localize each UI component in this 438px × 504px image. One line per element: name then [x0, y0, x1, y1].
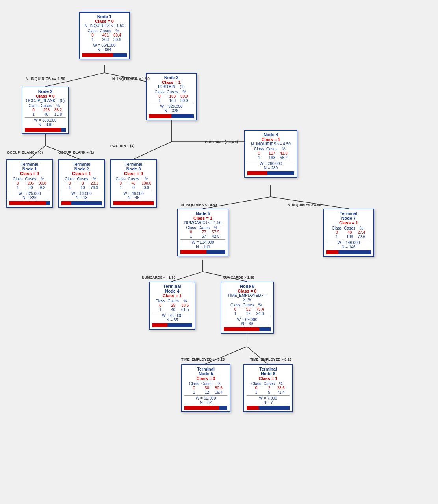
terminal-node-2: TerminalNode 2 Class = 1 ClassCases% 032… [58, 159, 105, 208]
branch-label-time-left: TIME_EMPLOYED <= 8.25 [181, 358, 225, 361]
tree-container: N_INQUIRIES <= 1.50 N_INQUIRIES > 1.50 O… [0, 0, 438, 504]
branch-label-n-inq-right: N_INQUIRIES > 4.50 [288, 203, 321, 207]
branch-label-n-inquiries-left: N_INQUIRIES <= 1.50 [26, 77, 65, 81]
branch-label-n-inq-left: N_INQUIRIES <= 4.50 [181, 203, 217, 207]
terminal-node-1: TerminalNode 1 Class = 0 ClassCases% 029… [6, 159, 53, 208]
branch-label-occup-right: OCCUP_BLANK = (1) [58, 150, 94, 154]
node-1: Node 1 Class = 0 N_INQUIRIES <= 1.50 Cla… [79, 12, 130, 59]
terminal-node-3: TerminalNode 3 Class = 0 ClassCases% 046… [110, 159, 157, 208]
branch-label-postbin-left: POSTBIN = (1) [110, 144, 134, 148]
node-3: Node 3 Class = 1 POSTBIN = (1) ClassCase… [146, 73, 197, 120]
svg-line-22 [205, 346, 247, 364]
terminal-node-5: TerminalNode 5 Class = 0 ClassCases% 050… [181, 364, 230, 412]
svg-line-18 [171, 272, 203, 282]
terminal-node-6: TerminalNode 6 Class = 1 ClassCases% 022… [243, 364, 293, 412]
node-5: Node 5 Class = 1 NUMCARDS <= 1.50 ClassC… [177, 209, 228, 256]
node-6: Node 6 Class = 0 TIME_EMPLOYED <= 8.25 C… [221, 282, 274, 334]
terminal-node-4: TerminalNode 4 Class = 1 ClassCases% 025… [149, 282, 195, 330]
branch-label-time-right: TIME_EMPLOYED > 8.25 [250, 358, 291, 361]
node-4: Node 4 Class = 1 N_INQUIRIES <= 4.50 Cla… [244, 130, 297, 178]
node-2: Node 2 Class = 0 OCCUP_BLANK = (0) Class… [22, 87, 69, 134]
branch-label-n-inquiries-right: N_INQUIRIES > 1.50 [112, 77, 150, 81]
svg-line-24 [247, 346, 268, 364]
branch-label-postbin-right: POSTBIN = (2,3,4,5) [205, 140, 238, 144]
terminal-node-7: TerminalNode 7 Class = 1 ClassCases% 040… [323, 209, 374, 257]
branch-label-occup-left: OCCUP_BLANK = (0) [7, 150, 43, 154]
branch-label-numcards-left: NUMCARDS <= 1.50 [142, 276, 176, 280]
branch-label-numcards-right: NUMCARDS > 1.50 [223, 276, 254, 280]
svg-line-9 [133, 142, 171, 159]
